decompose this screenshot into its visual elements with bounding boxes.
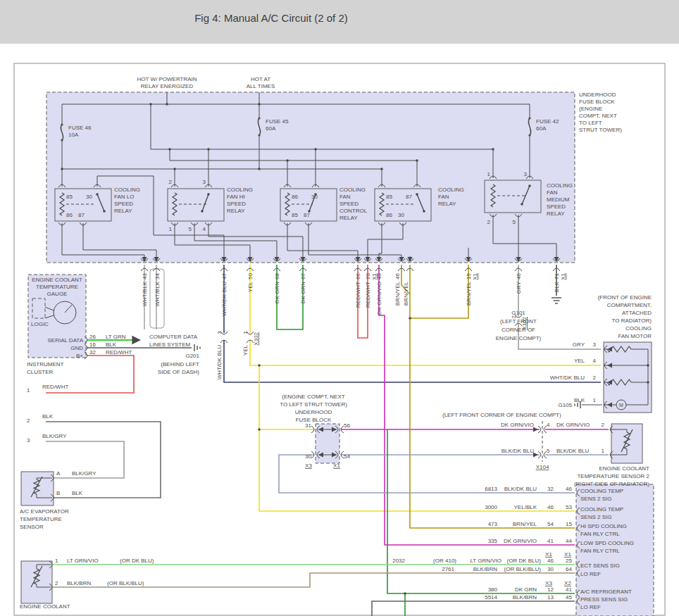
label: 473 [488,521,498,527]
label: 5 [513,219,516,225]
fuse-terminal [61,123,63,125]
label: BLK/BRN [67,580,91,586]
evap-sensor-box [21,472,54,505]
label: DK GRN [300,282,306,303]
label: SPEED [547,203,566,210]
label: FAN LO [114,194,134,200]
label: BLK/DK BLU [502,448,534,454]
label: ENGINE COOLANT [599,465,649,472]
page: Fig 4: Manual A/C Circuit (2 of 2) HOT W… [0,0,679,616]
label: 15 [466,272,472,279]
label: WHT/DK BLU [221,282,228,317]
label: X1 [545,551,552,558]
label: 1 [593,397,597,403]
label: X1 [560,272,566,279]
label: 5514 [485,594,497,601]
label: 2761 [442,566,454,572]
label: (RIGHT SIDE OF RADIATOR) [574,481,649,487]
arrowhead-icon [533,453,538,458]
junction-dot [380,168,383,170]
junction-dot [416,159,418,162]
label: A/C EVAPORATOR [20,508,69,515]
label: 87 [304,212,310,218]
label: 1 [602,448,605,454]
label: LT GRN [106,334,126,340]
label: 85 [292,212,298,218]
label: BRN/YEL [394,281,401,306]
label: COMPUTER DATA [149,334,198,340]
label: BLK/GRY [42,433,67,439]
label: RELAY [114,208,132,214]
label: 2 [602,422,605,428]
label: TEMPERATURE [20,516,62,522]
label: 2 [55,580,58,586]
wire [372,601,575,616]
label: 87 [406,194,412,200]
junction-dot [409,317,411,320]
label: 1 [55,558,58,564]
junction-dot [258,428,261,431]
label: 1 [27,387,30,394]
junction-dot [258,168,261,170]
wire [224,340,601,382]
label: 47 [221,272,228,279]
label: COOLING TEMP [580,488,623,494]
label: 4 [203,226,206,232]
label: COOLING [340,187,366,193]
label: 3 [27,437,30,444]
label: G201 [185,353,199,359]
label: TEMPERATURE SENSOR 2 [577,473,649,479]
label: CLUSTER [27,369,54,375]
label: 87 [78,212,85,218]
label: X2 [564,580,571,586]
label: M [619,403,623,408]
label: FUSE 42 [536,118,559,125]
wire [379,265,575,545]
label: ATTACHED [622,310,652,316]
junction-dot [647,364,649,367]
fuse-terminal [258,117,260,119]
label: YEL [242,344,249,356]
label: G101 [511,310,525,316]
label: ECT SENS SIG [580,562,620,569]
label: 71 [554,272,560,279]
label: BRN/YEL [513,521,537,527]
label: (LEFT FRONT [500,318,537,325]
label: FAN [340,194,351,200]
label: WHT/DK BLU [550,375,585,381]
label: 50 [247,272,254,279]
junction-dot [166,103,168,106]
relay-switch-contact [423,210,425,213]
wire [410,265,468,318]
label: 15 [566,521,572,527]
label: (ENGINE COMPT, NEXT [282,394,344,400]
label: 5 [547,448,550,454]
label: 2 [169,179,173,185]
label: 46 [547,558,554,564]
label: GRY [573,341,585,348]
fuse-terminal [258,134,260,136]
label: 1 [487,171,491,177]
label: COMPT, NEXT [579,113,617,119]
label: BRN/YEL [403,281,409,306]
label: 46 [394,272,401,279]
label: FAN MOTOR [618,333,652,339]
relay-switch-contact [528,184,531,187]
label: COOLING [438,187,464,193]
label: GRY [516,281,522,294]
label: 85 [66,194,73,200]
label: RELAY [547,210,565,217]
label: CONTROL [340,208,368,214]
label: 4 [593,358,597,364]
label: (BEHIND LEFT [161,361,199,367]
label: FAN HI [227,194,245,200]
label: 30 [311,194,318,200]
label: 44 [566,538,572,544]
label: COOLING [625,325,652,332]
label: BLK/BRN [513,594,537,601]
label: 30 [305,453,311,460]
label: 3 [203,179,206,185]
label: ENGINE COOLANT [20,603,70,610]
label: 2 [27,417,30,424]
label: (LEFT FRONT CORNER OF ENGINE COMPT) [442,412,561,418]
